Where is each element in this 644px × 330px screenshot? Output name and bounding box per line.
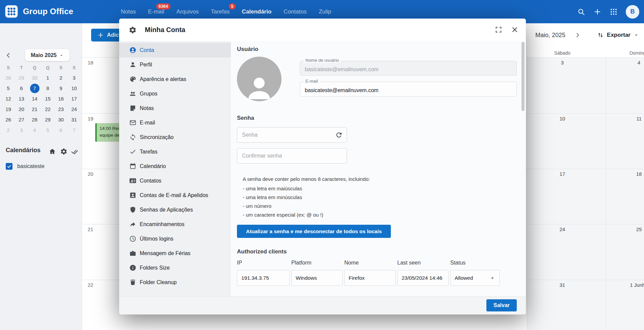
minical-day[interactable]: 30 (28, 73, 41, 83)
topnav-zulip[interactable]: Zulip (319, 8, 331, 15)
minical-day[interactable]: 31 (68, 114, 81, 125)
minical-day[interactable]: 12 (2, 93, 15, 104)
forward-icon (129, 221, 136, 228)
account-nav-e-mail[interactable]: E-mail (119, 115, 231, 130)
password-input[interactable] (237, 132, 335, 138)
account-nav-grupos[interactable]: Grupos (119, 86, 231, 101)
minical-day[interactable]: 5 (2, 83, 15, 93)
minical-day[interactable]: 28 (28, 114, 41, 125)
account-nav-notas[interactable]: Notas (119, 101, 231, 115)
minical-day[interactable]: 29 (41, 114, 54, 125)
minical-day[interactable]: 4 (28, 125, 41, 135)
scrollbar-thumb[interactable] (521, 42, 525, 111)
clients-table-body: 191.34.3.75WindowsFirefox23/05/2024 14:4… (237, 270, 500, 286)
profile-avatar[interactable] (237, 57, 281, 101)
minical-day-selected[interactable]: 7 (28, 83, 41, 93)
calendar-checkbox[interactable] (6, 163, 12, 170)
email-input[interactable] (300, 82, 517, 97)
account-nav-mensagem-de-ferias[interactable]: Mensagem de Férias (119, 246, 231, 260)
weekday-header: S (54, 65, 68, 70)
close-icon[interactable] (511, 26, 518, 33)
account-nav-label: Tarefas (140, 149, 157, 155)
client-status-select[interactable]: Allowed (450, 270, 500, 286)
minical-day[interactable]: 2 (54, 73, 68, 83)
minical-day[interactable]: 3 (68, 73, 81, 83)
minical-day[interactable]: 22 (41, 104, 54, 114)
app-logo[interactable]: Group Office (5, 5, 73, 18)
done-all-icon[interactable] (71, 148, 78, 155)
client-status-value: Allowed (455, 275, 473, 281)
update-password-button[interactable]: Atualizar a senha e me desconectar de to… (237, 225, 391, 238)
confirm-password-input[interactable] (237, 153, 347, 159)
account-nav-conta[interactable]: Conta (119, 43, 231, 57)
minical-day[interactable]: 1 (41, 73, 54, 83)
calendar-list-item[interactable]: basicateste (6, 162, 78, 171)
account-nav-perfil[interactable]: Perfil (119, 57, 231, 72)
minical-day[interactable]: 6 (15, 83, 28, 93)
minical-day[interactable]: 26 (2, 114, 15, 125)
topnav-label: Contatos (284, 8, 306, 15)
apps-grid-icon[interactable] (610, 8, 618, 16)
topnav-notas[interactable]: Notas (121, 8, 136, 15)
minical-day[interactable]: 28 (2, 73, 15, 83)
minical-day[interactable]: 20 (15, 104, 28, 114)
account-nav-tarefas[interactable]: Tarefas (119, 144, 231, 159)
account-nav-calendario[interactable]: Calendário (119, 159, 231, 173)
minical-day[interactable]: 10 (68, 83, 81, 93)
plus-icon (97, 32, 104, 38)
account-nav-sincronizacao[interactable]: Sincronização (119, 130, 231, 144)
account-nav-ultimos-logins[interactable]: Últimos logins (119, 231, 231, 246)
next-month-chevron-icon[interactable] (574, 32, 581, 38)
minical-day[interactable]: 8 (41, 83, 54, 93)
account-nav-contatos[interactable]: Contatos (119, 173, 231, 188)
minical-day[interactable]: 14 (28, 93, 41, 104)
home-icon[interactable] (49, 148, 56, 155)
export-button[interactable]: Exportar (597, 32, 639, 38)
account-nav-folders-size[interactable]: Folders Size (119, 260, 231, 275)
calendar-sidebar: Maio 2025 STQQSS 28293012356789101213141… (0, 23, 82, 330)
account-nav-senhas-de-aplicacoes[interactable]: Senhas de Aplicações (119, 202, 231, 217)
generate-password-icon[interactable] (335, 131, 343, 139)
minical-day[interactable]: 13 (15, 93, 28, 104)
minical-day[interactable]: 16 (54, 93, 68, 104)
topnav-e-mail[interactable]: E-mail6364 (148, 8, 164, 15)
account-nav-label: Aparência e alertas (140, 76, 186, 82)
username-input[interactable] (300, 61, 517, 76)
minical-day[interactable]: 15 (41, 93, 54, 104)
minical-day[interactable]: 27 (15, 114, 28, 125)
user-avatar[interactable]: B (626, 5, 639, 19)
minical-day[interactable]: 7 (68, 125, 81, 135)
accounts-icon (129, 192, 136, 199)
chevron-left-icon[interactable] (5, 52, 12, 59)
account-content: Usuário Nome de usuário E-mail Senha (231, 41, 526, 297)
save-button[interactable]: Salvar (486, 299, 517, 311)
topnav-contatos[interactable]: Contatos (284, 8, 306, 15)
minical-day[interactable]: 24 (68, 104, 81, 114)
account-nav-contas-de-e-mail-apelidos[interactable]: Contas de E-mail & Apelidos (119, 188, 231, 202)
minical-day[interactable]: 6 (54, 125, 68, 135)
topnav-arquivos[interactable]: Arquivos (177, 8, 199, 15)
password-rule: - um caractere especial (ex: @ ou !) (243, 211, 323, 219)
account-nav-folder-cleanup[interactable]: Folder Cleanup (119, 275, 231, 290)
topnav-tarefas[interactable]: Tarefas5 (211, 8, 230, 15)
account-nav-aparencia-e-alertas[interactable]: Aparência e alertas (119, 72, 231, 86)
minical-day[interactable]: 9 (54, 83, 68, 93)
minical-day[interactable]: 5 (41, 125, 54, 135)
month-picker-button[interactable]: Maio 2025 (25, 49, 70, 61)
account-nav-encaminhamentos[interactable]: Encaminhamentos (119, 217, 231, 231)
minical-day[interactable]: 21 (28, 104, 41, 114)
minical-day[interactable]: 29 (15, 73, 28, 83)
minical-day[interactable]: 30 (54, 114, 68, 125)
minical-day[interactable]: 23 (54, 104, 68, 114)
settings-gear-icon (129, 26, 137, 34)
fullscreen-icon[interactable] (495, 26, 502, 33)
password-rule: - um número (243, 202, 323, 211)
settings-gear-icon[interactable] (60, 148, 68, 155)
topnav-calendario[interactable]: Calendário (242, 8, 271, 15)
search-icon[interactable] (577, 8, 585, 16)
minical-day[interactable]: 2 (2, 125, 15, 135)
minical-day[interactable]: 19 (2, 104, 15, 114)
minical-day[interactable]: 17 (68, 93, 81, 104)
plus-icon[interactable] (593, 8, 601, 16)
minical-day[interactable]: 3 (15, 125, 28, 135)
